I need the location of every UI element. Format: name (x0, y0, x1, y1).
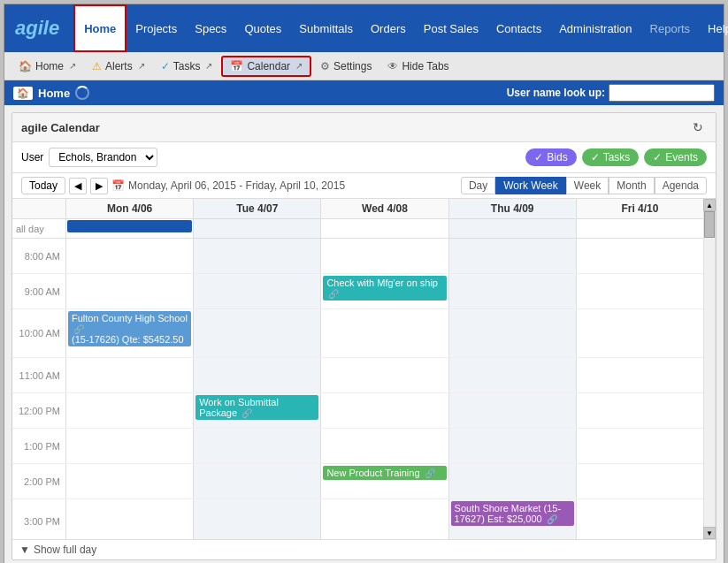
time-row-2pm: 2:00 PM New Product Training 🔗 (12, 464, 703, 499)
scroll-track[interactable] (704, 211, 715, 527)
view-tab-month[interactable]: Month (609, 177, 654, 194)
nav-controls: Today ◀ ▶ 📅 Monday, April 06, 2015 - Fri… (12, 173, 716, 199)
scroll-thumb[interactable] (704, 211, 715, 238)
next-button[interactable]: ▶ (90, 178, 108, 194)
event-new-product[interactable]: New Product Training 🔗 (323, 466, 446, 480)
cell-10am-tue (193, 309, 320, 357)
cell-11am-tue (193, 358, 320, 392)
all-day-thu (448, 219, 576, 238)
cell-2pm-mon (65, 464, 193, 498)
event-detail-fulton: (15-17626) Qte: $5452.50 (72, 334, 184, 345)
day-header-fri: Fri 4/10 (576, 199, 703, 218)
scroll-down-button[interactable]: ▼ (703, 527, 716, 539)
nav-submittals[interactable]: Submittals (290, 4, 362, 52)
nav-quotes[interactable]: Quotes (235, 4, 290, 52)
cell-12pm-mon (65, 393, 193, 428)
event-label-check-mfg: Check with Mfg'er on ship (326, 278, 438, 288)
breadcrumb-home[interactable]: Home (38, 87, 70, 100)
nav-specs[interactable]: Specs (186, 4, 235, 52)
cell-8am-thu (448, 239, 576, 273)
hide-tabs-icon: 👁 (387, 60, 398, 72)
nav-projects[interactable]: Projects (126, 4, 186, 52)
scroll-up-button[interactable]: ▲ (703, 199, 716, 211)
cell-11am-mon (65, 358, 193, 392)
calendar-tab[interactable]: 📅 Calendar ↗ (221, 56, 311, 77)
cell-9am-wed: Check with Mfg'er on ship 🔗 (320, 274, 448, 308)
nav-left-controls: Today ◀ ▶ 📅 Monday, April 06, 2015 - Fri… (21, 177, 345, 194)
cell-11am-wed (320, 358, 448, 392)
refresh-button[interactable]: ↻ (689, 118, 707, 136)
all-day-fri (576, 219, 703, 238)
nav-help[interactable]: Help (699, 4, 728, 52)
nav-post-sales[interactable]: Post Sales (415, 4, 487, 52)
cell-1pm-tue (193, 429, 320, 463)
view-tab-day[interactable]: Day (461, 177, 495, 194)
hide-tabs-tab[interactable]: 👁 Hide Tabs (380, 57, 456, 75)
app-window: agile Home Projects Specs Quotes Submitt… (4, 4, 724, 563)
cell-8am-fri (576, 239, 703, 273)
settings-tab[interactable]: ⚙ Settings (313, 57, 379, 75)
all-day-mon (65, 219, 193, 238)
nav-home[interactable]: Home (73, 4, 126, 52)
today-button[interactable]: Today (21, 177, 65, 194)
day-headers: Mon 4/06 Tue 4/07 Wed 4/08 Thu 4/09 Fri … (12, 199, 703, 219)
loading-spinner (75, 86, 89, 100)
time-row-3pm: 3:00 PM South Shore Market (15-17627) Es… (12, 499, 703, 539)
user-select-area: User Echols, Brandon (21, 148, 157, 167)
calendar-controls: User Echols, Brandon ✓ Bids ✓ Tasks (12, 142, 716, 173)
bids-label: Bids (547, 151, 567, 164)
cell-10am-thu (448, 309, 576, 357)
share-icon-tasks: ↗ (205, 61, 212, 71)
home-tab[interactable]: 🏠 Home ↗ (11, 57, 83, 75)
expand-icon: ▼ (19, 544, 30, 556)
share-icon-alerts: ↗ (138, 61, 145, 71)
event-fulton-county[interactable]: Fulton County High School 🔗 (15-17626) Q… (68, 311, 191, 346)
time-label-1pm: 1:00 PM (12, 429, 65, 463)
event-south-shore[interactable]: South Shore Market (15-17627) Est: $25,0… (451, 501, 574, 526)
events-filter-badge[interactable]: ✓ Events (644, 148, 707, 166)
time-row-8am: 8:00 AM (12, 239, 703, 274)
tasks-tab[interactable]: ✓ Tasks ↗ (154, 57, 220, 75)
time-row-9am: 9:00 AM Check with Mfg'er on ship 🔗 (12, 274, 703, 309)
calendar-icon: 📅 (230, 60, 243, 72)
header-spacer (12, 199, 65, 218)
cell-9am-thu (448, 274, 576, 308)
nav-reports[interactable]: Reports (641, 4, 700, 52)
calendar-title: agile Calendar (21, 121, 100, 134)
bids-filter-badge[interactable]: ✓ Bids (525, 148, 576, 166)
alerts-tab[interactable]: ⚠ Alerts ↗ (85, 57, 152, 75)
toolbar: 🏠 Home ↗ ⚠ Alerts ↗ ✓ Tasks ↗ 📅 Calendar… (4, 52, 724, 80)
user-lookup-input[interactable] (609, 84, 715, 102)
view-tab-agenda[interactable]: Agenda (655, 177, 707, 194)
prev-button[interactable]: ◀ (69, 178, 87, 194)
nav-contacts[interactable]: Contacts (487, 4, 550, 52)
event-work-submittal[interactable]: Work on Submittal Package 🔗 (195, 395, 318, 420)
nav-orders[interactable]: Orders (362, 4, 415, 52)
event-check-mfg[interactable]: Check with Mfg'er on ship 🔗 (323, 276, 446, 301)
time-slots: 8:00 AM 9:00 AM (12, 239, 703, 539)
day-header-wed: Wed 4/08 (320, 199, 448, 218)
nav-administration[interactable]: Administration (550, 4, 640, 52)
share-icon-calendar: ↗ (295, 61, 303, 71)
user-lookup-label: User name look up: (507, 87, 605, 99)
all-day-event-mon[interactable] (67, 220, 192, 232)
time-label-12pm: 12:00 PM (12, 393, 65, 428)
tasks-icon: ✓ (161, 60, 170, 72)
view-tab-workweek[interactable]: Work Week (495, 177, 566, 194)
time-row-10am: 10:00 AM Fulton County High School 🔗 (15… (12, 309, 703, 358)
day-header-mon: Mon 4/06 (65, 199, 193, 218)
cell-3pm-tue (193, 499, 320, 539)
event-link-check-mfg: 🔗 (328, 289, 339, 299)
calendar-body: Mon 4/06 Tue 4/07 Wed 4/08 Thu 4/09 Fri … (12, 199, 716, 539)
tasks-filter-badge[interactable]: ✓ Tasks (582, 148, 640, 166)
view-tab-week[interactable]: Week (566, 177, 609, 194)
show-full-day-bar[interactable]: ▼ Show full day (12, 539, 716, 559)
time-row-11am: 11:00 AM (12, 358, 703, 393)
cell-12pm-thu (448, 393, 576, 428)
user-dropdown[interactable]: Echols, Brandon (49, 148, 157, 167)
top-navigation: agile Home Projects Specs Quotes Submitt… (4, 4, 724, 52)
all-day-wed (320, 219, 448, 238)
cell-1pm-wed (320, 429, 448, 463)
event-label-submittal: Work on Submittal Package (199, 397, 279, 418)
vertical-scrollbar[interactable]: ▲ ▼ (703, 199, 716, 539)
